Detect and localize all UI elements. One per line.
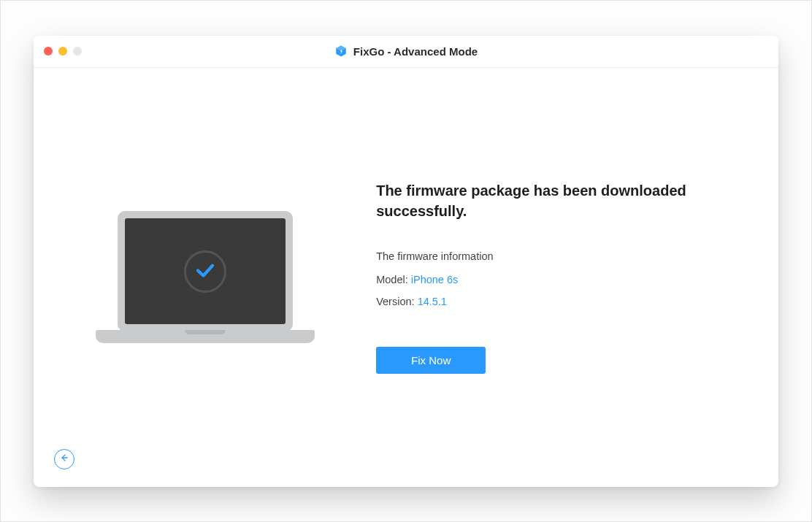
laptop-base	[96, 330, 315, 343]
back-button[interactable]	[54, 449, 74, 469]
laptop-screen-frame	[118, 211, 293, 331]
arrow-left-icon	[59, 453, 69, 465]
checkmark-icon	[194, 259, 216, 284]
titlebar: FixGo - Advanced Mode	[34, 36, 778, 68]
laptop-notch	[185, 330, 226, 334]
illustration-panel	[34, 211, 376, 343]
model-value: iPhone 6s	[411, 274, 459, 285]
model-label: Model:	[376, 274, 408, 285]
version-row: Version: 14.5.1	[376, 296, 735, 307]
laptop-screen	[125, 218, 286, 324]
headline-text: The firmware package has been downloaded…	[376, 180, 697, 221]
content-area: The firmware package has been downloaded…	[34, 68, 778, 487]
version-value: 14.5.1	[418, 296, 447, 307]
version-label: Version:	[376, 296, 414, 307]
title-group: FixGo - Advanced Mode	[334, 45, 478, 58]
close-window-button[interactable]	[44, 47, 53, 55]
model-row: Model: iPhone 6s	[376, 274, 735, 285]
fixgo-cube-icon	[334, 45, 348, 58]
fix-now-button[interactable]: Fix Now	[376, 347, 486, 374]
success-check-circle	[184, 250, 226, 293]
window-title: FixGo - Advanced Mode	[353, 45, 478, 58]
minimize-window-button[interactable]	[58, 47, 67, 55]
maximize-window-button[interactable]	[73, 47, 82, 55]
info-panel: The firmware package has been downloaded…	[376, 180, 778, 374]
window-controls	[44, 47, 82, 55]
firmware-info-heading: The firmware information	[376, 250, 735, 262]
app-window: FixGo - Advanced Mode	[34, 36, 778, 487]
laptop-illustration	[96, 211, 315, 343]
